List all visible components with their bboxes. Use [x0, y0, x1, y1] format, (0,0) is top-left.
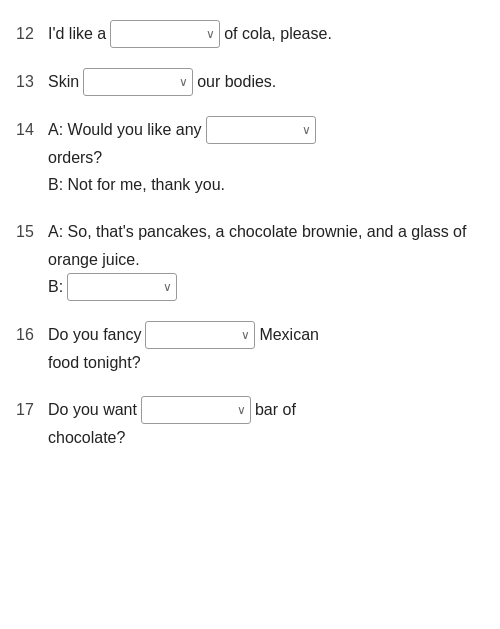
dropdown[interactable]: ∨ — [206, 116, 316, 144]
text-segment: B: Not for me, thank you. — [48, 171, 225, 198]
item-number: 14 — [16, 116, 48, 142]
chevron-down-icon: ∨ — [179, 72, 188, 92]
chevron-down-icon: ∨ — [206, 24, 215, 44]
exercise-item: 13Skin∨our bodies. — [16, 58, 484, 106]
dropdown[interactable]: ∨ — [145, 321, 255, 349]
text-segment: of cola, please. — [224, 20, 332, 47]
item-number: 13 — [16, 68, 48, 94]
dropdown[interactable]: ∨ — [141, 396, 251, 424]
item-number: 17 — [16, 396, 48, 422]
text-segment: our bodies. — [197, 68, 276, 95]
dropdown[interactable]: ∨ — [67, 273, 177, 301]
text-segment: bar of — [255, 396, 296, 423]
chevron-down-icon: ∨ — [241, 325, 250, 345]
text-segment: chocolate? — [48, 424, 125, 451]
item-content: I'd like a∨of cola, please. — [48, 20, 484, 48]
text-segment: A: So, that's pancakes, a chocolate brow… — [48, 218, 484, 272]
chevron-down-icon: ∨ — [302, 120, 311, 140]
text-segment: B: — [48, 273, 63, 300]
exercise-item: 15A: So, that's pancakes, a chocolate br… — [16, 208, 484, 310]
exercise-item: 12I'd like a∨of cola, please. — [16, 10, 484, 58]
text-segment: Do you want — [48, 396, 137, 423]
item-content: A: So, that's pancakes, a chocolate brow… — [48, 218, 484, 300]
text-segment: food tonight? — [48, 349, 141, 376]
text-segment: Skin — [48, 68, 79, 95]
text-segment: A: Would you like any — [48, 116, 202, 143]
item-content: Do you want∨bar ofchocolate? — [48, 396, 484, 451]
text-segment: orders? — [48, 144, 102, 171]
exercise-item: 14A: Would you like any∨orders?B: Not fo… — [16, 106, 484, 208]
exercise-item: 16Do you fancy∨Mexicanfood tonight? — [16, 311, 484, 386]
item-number: 15 — [16, 218, 48, 244]
dropdown[interactable]: ∨ — [110, 20, 220, 48]
text-segment: I'd like a — [48, 20, 106, 47]
exercise-list: 12I'd like a∨of cola, please.13Skin∨our … — [16, 10, 484, 461]
text-segment: Do you fancy — [48, 321, 141, 348]
item-number: 16 — [16, 321, 48, 347]
dropdown[interactable]: ∨ — [83, 68, 193, 96]
item-content: Skin∨our bodies. — [48, 68, 484, 96]
item-number: 12 — [16, 20, 48, 46]
chevron-down-icon: ∨ — [163, 277, 172, 297]
item-content: Do you fancy∨Mexicanfood tonight? — [48, 321, 484, 376]
exercise-item: 17Do you want∨bar ofchocolate? — [16, 386, 484, 461]
text-segment: Mexican — [259, 321, 319, 348]
item-content: A: Would you like any∨orders?B: Not for … — [48, 116, 484, 198]
chevron-down-icon: ∨ — [237, 400, 246, 420]
